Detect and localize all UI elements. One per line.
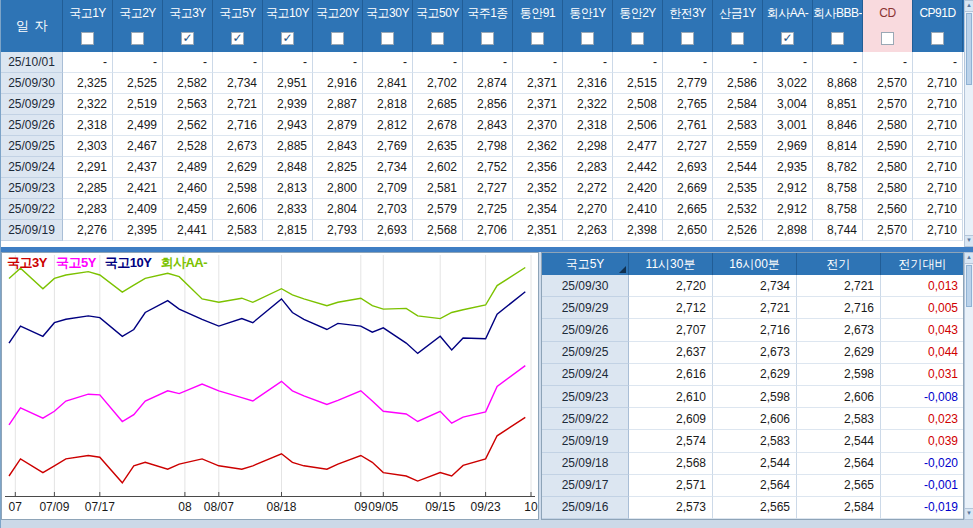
detail-date-cell: 25/09/18 — [542, 453, 629, 475]
detail-row[interactable]: 25/09/292,7122,7212,7160,005 — [542, 297, 963, 319]
yield-chart — [5, 255, 535, 498]
rate-cell: 2,362 — [513, 136, 563, 157]
col-header-10[interactable]: 통안1Y — [563, 0, 613, 52]
detail-1600-cell: 2,564 — [713, 475, 797, 497]
rate-cell: 2,685 — [413, 94, 463, 115]
col-checkbox-9[interactable] — [531, 32, 544, 45]
col-header-16[interactable]: CD — [863, 0, 913, 52]
col-checkbox-7[interactable] — [431, 32, 444, 45]
col-header-0[interactable]: 국고1Y — [63, 0, 113, 52]
col-checkbox-5[interactable] — [331, 32, 344, 45]
detail-1130-cell: 2,568 — [629, 453, 713, 475]
col-header-9[interactable]: 통안91 — [513, 0, 563, 52]
rate-row[interactable]: 25/09/222,2832,4092,4592,6062,8332,8042,… — [1, 199, 964, 220]
rate-row[interactable]: 25/09/302,3252,5252,5822,7342,9512,9162,… — [1, 73, 964, 94]
detail-row[interactable]: 25/09/192,5742,5832,5440,039 — [542, 430, 963, 452]
detail-1130-cell: 2,571 — [629, 475, 713, 497]
rate-cell: 2,793 — [313, 220, 363, 241]
col-header-2[interactable]: 국고3Y✓ — [163, 0, 213, 52]
rate-cell: 2,285 — [63, 178, 113, 199]
rate-cell: 2,935 — [763, 157, 813, 178]
rate-row[interactable]: 25/09/232,2852,4212,4602,5982,8132,8002,… — [1, 178, 964, 199]
col-header-1[interactable]: 국고2Y — [113, 0, 163, 52]
col-checkbox-11[interactable] — [631, 32, 644, 45]
rate-cell: - — [63, 52, 113, 73]
col-header-4[interactable]: 국고10Y✓ — [263, 0, 313, 52]
col-checkbox-17[interactable] — [931, 32, 944, 45]
col-header-17[interactable]: CP91D — [913, 0, 963, 52]
detail-diff-cell: 0,031 — [881, 364, 964, 386]
col-header-6[interactable]: 국고30Y — [363, 0, 413, 52]
detail-row[interactable]: 25/09/262,7072,7162,6730,043 — [542, 319, 963, 341]
top-table-scrollbar[interactable]: ▲ ▼ — [964, 0, 973, 247]
col-header-5[interactable]: 국고20Y — [313, 0, 363, 52]
rates-grid-header: 일 자 국고1Y국고2Y국고3Y✓국고5Y✓국고10Y✓국고20Y국고30Y국고… — [1, 0, 964, 52]
scrollbar-thumb[interactable] — [966, 13, 972, 85]
rate-row[interactable]: 25/09/252,3032,4672,5282,6732,8852,8432,… — [1, 136, 964, 157]
detail-row[interactable]: 25/09/232,6102,5982,606-0,008 — [542, 386, 963, 408]
detail-1600-cell: 2,544 — [713, 453, 797, 475]
detail-row[interactable]: 25/09/182,5682,5442,564-0,020 — [542, 453, 963, 475]
col-checkbox-10[interactable] — [581, 32, 594, 45]
rate-cell: - — [813, 52, 863, 73]
rate-cell: 2,848 — [263, 157, 313, 178]
rate-row[interactable]: 25/10/01------------------ — [1, 52, 964, 73]
col-checkbox-8[interactable] — [481, 32, 494, 45]
scroll-up-icon[interactable]: ▲ — [965, 1, 973, 12]
rate-cell: 2,489 — [163, 157, 213, 178]
date-column-header: 일 자 — [1, 0, 63, 52]
rate-cell: 2,765 — [663, 94, 713, 115]
col-header-label: 한전3Y — [663, 0, 712, 25]
col-header-14[interactable]: 회사AA-✓ — [763, 0, 813, 52]
col-header-13[interactable]: 산금1Y — [713, 0, 763, 52]
detail-row[interactable]: 25/09/222,6092,6062,5830,023 — [542, 408, 963, 430]
detail-row[interactable]: 25/09/252,6372,6732,6290,044 — [542, 342, 963, 364]
rate-cell: 2,710 — [913, 115, 963, 136]
col-checkbox-area — [363, 25, 412, 52]
scroll-down-icon[interactable]: ▼ — [965, 508, 973, 519]
detail-col-header-4[interactable]: 전기대비 — [881, 253, 964, 275]
rate-row[interactable]: 25/09/292,3222,5192,5632,7212,9392,8872,… — [1, 94, 964, 115]
detail-col-header-3[interactable]: 전기 — [797, 253, 881, 275]
rate-cell: 2,752 — [463, 157, 513, 178]
col-checkbox-12[interactable] — [681, 32, 694, 45]
col-checkbox-6[interactable] — [381, 32, 394, 45]
detail-row[interactable]: 25/09/172,5712,5642,565-0,001 — [542, 475, 963, 497]
scrollbar-thumb[interactable] — [966, 265, 972, 307]
col-checkbox-1[interactable] — [131, 32, 144, 45]
detail-row[interactable]: 25/09/302,7202,7342,7210,013 — [542, 275, 963, 297]
rate-row[interactable]: 25/09/242,2912,4372,4892,6292,8482,8252,… — [1, 157, 964, 178]
col-header-3[interactable]: 국고5Y✓ — [213, 0, 263, 52]
rate-row[interactable]: 25/09/262,3182,4992,5622,7162,9432,8792,… — [1, 115, 964, 136]
chart-x-axis: 0707/0907/170808/0708/180909/0509/1509/2… — [5, 499, 535, 517]
detail-col-header-1[interactable]: 11시30분 — [629, 253, 713, 275]
detail-table-scrollbar[interactable]: ▲ ▼ — [964, 252, 973, 520]
rate-cell: 2,693 — [663, 157, 713, 178]
detail-row[interactable]: 25/09/242,6162,6292,5980,031 — [542, 364, 963, 386]
col-checkbox-15[interactable] — [831, 32, 844, 45]
col-checkbox-3[interactable]: ✓ — [231, 32, 244, 45]
rate-cell: 2,535 — [713, 178, 763, 199]
rate-cell: 8,851 — [813, 94, 863, 115]
detail-col-header-2[interactable]: 16시00분 — [713, 253, 797, 275]
rate-cell: 8,758 — [813, 199, 863, 220]
rate-cell: 2,354 — [513, 199, 563, 220]
rate-row[interactable]: 25/09/192,2762,3952,4412,5832,8152,7932,… — [1, 220, 964, 241]
col-checkbox-4[interactable]: ✓ — [281, 32, 294, 45]
col-checkbox-14[interactable]: ✓ — [781, 32, 794, 45]
scroll-up-icon[interactable]: ▲ — [965, 253, 973, 264]
col-header-8[interactable]: 국주1종 — [463, 0, 513, 52]
detail-1600-cell: 2,565 — [713, 497, 797, 519]
legend-item: 국고5Y — [56, 255, 96, 270]
col-header-11[interactable]: 통안2Y — [613, 0, 663, 52]
col-checkbox-2[interactable]: ✓ — [181, 32, 194, 45]
col-checkbox-16[interactable] — [881, 32, 894, 45]
scroll-down-icon[interactable]: ▼ — [965, 235, 973, 246]
col-checkbox-0[interactable] — [81, 32, 94, 45]
detail-row[interactable]: 25/09/162,5732,5652,584-0,019 — [542, 497, 963, 519]
detail-col-header-0[interactable]: 국고5Y — [542, 253, 629, 275]
col-checkbox-13[interactable] — [731, 32, 744, 45]
col-header-15[interactable]: 회사BBB- — [813, 0, 863, 52]
col-header-12[interactable]: 한전3Y — [663, 0, 713, 52]
col-header-7[interactable]: 국고50Y — [413, 0, 463, 52]
